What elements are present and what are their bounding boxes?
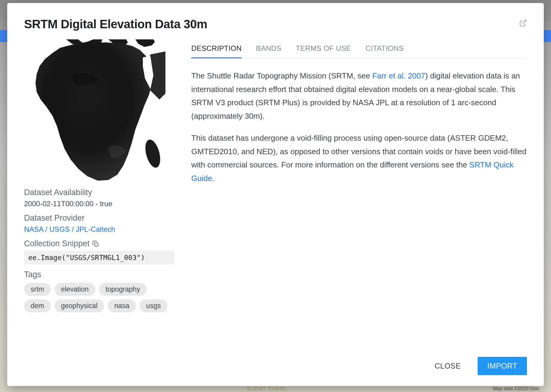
tab-bar: DESCRIPTION BANDS TERMS OF USE CITATIONS [191,39,527,58]
tab-citations[interactable]: CITATIONS [365,39,404,58]
bg-map-credit: Map data ©2020 Goo [493,386,539,391]
description-paragraph: The Shuttle Radar Topography Mission (SR… [191,69,527,123]
tag-chip[interactable]: elevation [54,283,95,296]
dataset-sidebar: Dataset Availability 2000-02-11T00:00:00… [24,39,174,350]
tag-chip[interactable]: geophysical [54,299,104,312]
dataset-content: DESCRIPTION BANDS TERMS OF USE CITATIONS… [191,39,527,350]
tags-list: srtm elevation topography dem geophysica… [24,283,174,312]
close-button[interactable]: CLOSE [425,357,470,375]
description-paragraph: This dataset has undergone a void-fillin… [191,131,527,185]
tag-chip[interactable]: dem [24,299,51,312]
availability-value: 2000-02-11T00:00:00 - true [24,200,174,208]
bg-map-label: SURAT THANI [247,386,285,392]
provider-link[interactable]: NASA / USGS / JPL-Caltech [24,225,115,233]
tab-bands[interactable]: BANDS [256,39,281,58]
dataset-modal: SRTM Digital Elevation Data 30m [7,3,544,386]
snippet-label: Collection Snippet [24,239,174,248]
snippet-label-text: Collection Snippet [24,239,90,248]
desc-text: . [212,174,214,183]
import-button[interactable]: IMPORT [478,357,527,375]
svg-rect-3 [95,243,98,246]
copy-icon[interactable] [92,240,99,247]
tag-chip[interactable]: srtm [24,283,51,296]
tab-terms[interactable]: TERMS OF USE [296,39,351,58]
tag-chip[interactable]: topography [99,283,147,296]
svg-line-0 [522,20,526,24]
availability-label: Dataset Availability [24,188,174,197]
tags-section: Tags srtm elevation topography dem geoph… [24,270,174,312]
tag-chip[interactable]: nasa [108,299,136,312]
snippet-code[interactable]: ee.Image("USGS/SRTMGL1_003") [24,251,174,265]
tab-description[interactable]: DESCRIPTION [191,39,242,58]
modal-title: SRTM Digital Elevation Data 30m [24,17,207,31]
modal-footer: CLOSE IMPORT [24,357,527,375]
modal-header: SRTM Digital Elevation Data 30m [24,17,527,31]
snippet-section: Collection Snippet ee.Image("USGS/SRTMGL… [24,239,174,265]
provider-label: Dataset Provider [24,213,174,223]
tags-label: Tags [24,270,174,279]
desc-text: The Shuttle Radar Topography Mission (SR… [191,71,372,80]
external-link-icon[interactable] [519,19,527,28]
description-body: The Shuttle Radar Topography Mission (SR… [191,69,527,194]
tag-chip[interactable]: usgs [140,299,168,312]
modal-body: Dataset Availability 2000-02-11T00:00:00… [24,39,527,350]
provider-section: Dataset Provider NASA / USGS / JPL-Calte… [24,213,174,234]
dataset-thumbnail [24,39,165,183]
farr-link[interactable]: Farr et al. 2007 [372,71,425,80]
availability-section: Dataset Availability 2000-02-11T00:00:00… [24,188,174,208]
